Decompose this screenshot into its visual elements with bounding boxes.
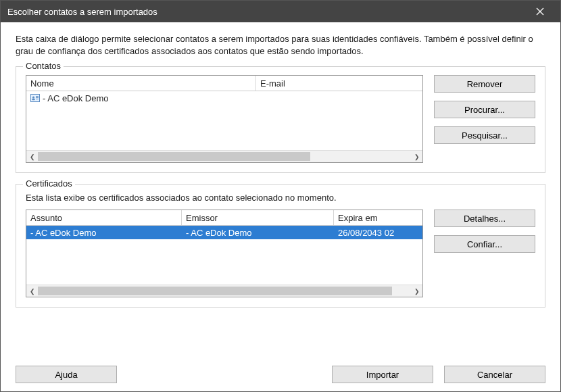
- scroll-thumb[interactable]: [38, 152, 310, 161]
- certificate-issuer-cell: - AC eDok Demo: [182, 228, 334, 238]
- scroll-left-icon[interactable]: ❮: [26, 151, 38, 162]
- dialog-description: Esta caixa de diálogo permite selecionar…: [16, 33, 545, 57]
- browse-button[interactable]: Procurar...: [434, 101, 535, 118]
- contacts-scrollbar[interactable]: ❮ ❯: [26, 150, 422, 162]
- certificates-intro: Esta lista exibe os certificados associa…: [26, 193, 535, 203]
- bottom-buttons: Ajuda Importar Cancelar: [16, 366, 545, 383]
- svg-rect-4: [32, 99, 34, 101]
- dialog-window: Escolher contatos a serem importados Est…: [0, 0, 561, 392]
- contacts-buttons: Remover Procurar... Pesquisar...: [434, 75, 535, 144]
- contacts-header-row: Nome E-mail: [26, 76, 422, 91]
- close-button[interactable]: [527, 1, 554, 22]
- scroll-thumb[interactable]: [38, 287, 392, 295]
- certificates-col-subject[interactable]: Assunto: [26, 210, 182, 225]
- certificates-legend: Certificados: [23, 178, 75, 189]
- spacer: [128, 366, 321, 383]
- svg-point-3: [32, 96, 34, 98]
- table-row[interactable]: - AC eDok Demo: [26, 91, 422, 105]
- close-icon: [536, 7, 544, 16]
- contacts-col-email[interactable]: E-mail: [256, 76, 422, 91]
- remove-button[interactable]: Remover: [434, 75, 535, 93]
- contacts-col-name[interactable]: Nome: [26, 76, 256, 91]
- certificate-subject-cell: - AC eDok Demo: [26, 228, 182, 238]
- certificates-group: Certificados Esta lista exibe os certifi…: [16, 184, 545, 308]
- scroll-track[interactable]: [38, 285, 411, 297]
- contact-icon: [30, 94, 40, 102]
- certificates-rows: - AC eDok Demo - AC eDok Demo 26/08/2043…: [26, 226, 422, 285]
- import-button[interactable]: Importar: [332, 366, 433, 383]
- contacts-group: Contatos Nome E-mail: [16, 66, 545, 173]
- help-button[interactable]: Ajuda: [16, 366, 117, 383]
- search-button[interactable]: Pesquisar...: [434, 126, 535, 144]
- cancel-button[interactable]: Cancelar: [444, 366, 545, 383]
- contact-name-text: - AC eDok Demo: [43, 93, 109, 103]
- details-button[interactable]: Detalhes...: [434, 210, 535, 227]
- certificate-expires-cell: 26/08/2043 02: [334, 228, 422, 238]
- trust-button[interactable]: Confiar...: [434, 235, 535, 253]
- certificates-buttons: Detalhes... Confiar...: [434, 210, 535, 253]
- contacts-list[interactable]: Nome E-mail: [26, 75, 423, 163]
- scroll-right-icon[interactable]: ❯: [411, 151, 422, 162]
- dialog-content: Esta caixa de diálogo permite selecionar…: [1, 22, 560, 391]
- certificates-header-row: Assunto Emissor Expira em: [26, 210, 422, 226]
- certificates-col-issuer[interactable]: Emissor: [182, 210, 334, 225]
- scroll-right-icon[interactable]: ❯: [411, 285, 422, 297]
- contact-name-cell: - AC eDok Demo: [26, 93, 256, 103]
- certificates-col-expires[interactable]: Expira em: [334, 210, 422, 225]
- scroll-track[interactable]: [38, 151, 411, 162]
- certificates-scrollbar[interactable]: ❮ ❯: [26, 285, 422, 297]
- titlebar: Escolher contatos a serem importados: [1, 1, 560, 22]
- contacts-legend: Contatos: [23, 61, 64, 71]
- window-title: Escolher contatos a serem importados: [7, 7, 527, 17]
- certificates-list[interactable]: Assunto Emissor Expira em - AC eDok Demo…: [26, 210, 423, 297]
- table-row[interactable]: - AC eDok Demo - AC eDok Demo 26/08/2043…: [26, 226, 422, 239]
- scroll-left-icon[interactable]: ❮: [26, 285, 38, 297]
- contacts-rows: - AC eDok Demo: [26, 91, 422, 150]
